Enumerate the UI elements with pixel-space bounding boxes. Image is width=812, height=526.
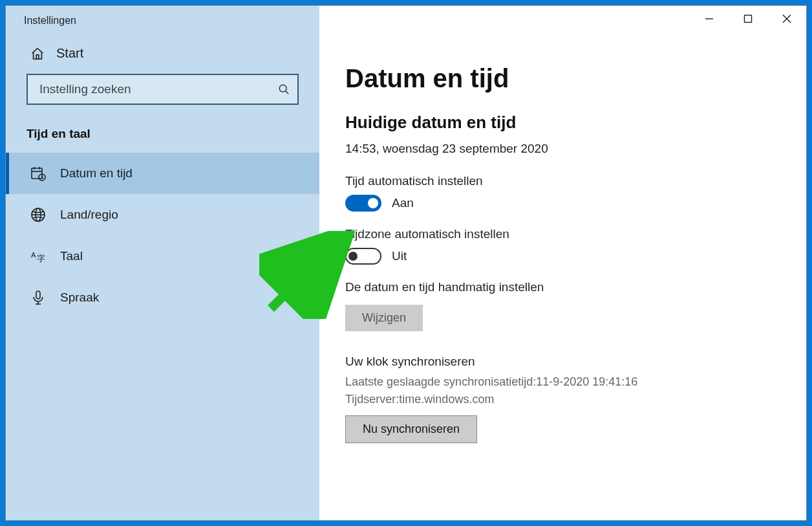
home-icon (30, 47, 45, 61)
sync-last: Laatste geslaagde synchronisatietijd:11-… (345, 375, 780, 389)
sidebar-item-speech[interactable]: Spraak (6, 277, 319, 318)
auto-tz-label: Tijdzone automatisch instellen (345, 227, 780, 241)
svg-rect-7 (32, 168, 42, 179)
minimize-button[interactable] (690, 6, 729, 32)
sidebar-item-label: Taal (60, 249, 83, 263)
sidebar-item-region[interactable]: Land/regio (6, 194, 319, 236)
search-input[interactable] (39, 82, 278, 96)
manual-label: De datum en tijd handmatig instellen (345, 280, 780, 294)
sidebar-item-label: Land/regio (60, 208, 118, 222)
auto-time-state: Aan (392, 196, 414, 210)
current-datetime: 14:53, woensdag 23 september 2020 (345, 142, 780, 156)
maximize-button[interactable] (729, 6, 767, 32)
auto-time-label: Tijd automatisch instellen (345, 174, 780, 188)
titlebar (6, 6, 806, 37)
change-button[interactable]: Wijzigen (345, 305, 423, 331)
sidebar: Instellingen Start Tijd en taal (6, 6, 319, 520)
section-title: Tijd en taal (6, 113, 319, 153)
auto-tz-toggle[interactable] (345, 248, 381, 265)
svg-text:A: A (31, 251, 36, 259)
svg-rect-19 (36, 291, 40, 299)
close-button[interactable] (767, 6, 806, 32)
svg-rect-1 (745, 16, 752, 23)
language-icon: A 字 (30, 248, 46, 264)
main-content: Datum en tijd Huidige datum en tijd 14:5… (319, 6, 806, 520)
home-button[interactable]: Start (6, 36, 319, 69)
sidebar-item-label: Datum en tijd (60, 166, 133, 181)
home-label: Start (56, 46, 83, 61)
page-title: Datum en tijd (345, 64, 780, 93)
svg-line-6 (286, 91, 289, 94)
svg-rect-4 (36, 54, 39, 58)
auto-tz-state: Uit (392, 249, 407, 263)
current-heading: Huidige datum en tijd (345, 113, 780, 133)
sync-server: Tijdserver:time.windows.com (345, 393, 780, 406)
settings-window: Instellingen Start Tijd en taal (5, 5, 807, 521)
calendar-clock-icon (30, 166, 46, 181)
globe-icon (30, 207, 46, 223)
sidebar-item-date-time[interactable]: Datum en tijd (6, 153, 319, 194)
svg-text:字: 字 (37, 254, 45, 263)
svg-point-5 (279, 85, 286, 92)
sync-heading: Uw klok synchroniseren (345, 355, 780, 369)
sidebar-item-label: Spraak (60, 290, 99, 305)
sidebar-item-language[interactable]: A 字 Taal (6, 236, 319, 277)
microphone-icon (30, 290, 46, 305)
sync-now-button[interactable]: Nu synchroniseren (345, 415, 477, 443)
auto-time-toggle[interactable] (345, 195, 381, 212)
search-box[interactable] (27, 74, 299, 105)
search-icon (278, 83, 290, 95)
